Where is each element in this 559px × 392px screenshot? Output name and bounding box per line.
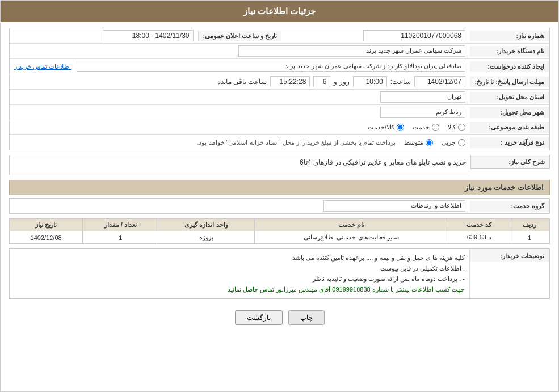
radio-khedmat-input[interactable]: [432, 124, 439, 131]
radio-motevasset: متوسط: [404, 139, 433, 146]
table-header-row: ردیف کد خدمت نام خدمت واحد اندازه گیری ت…: [10, 219, 550, 231]
radio-jozi-label: جزیی: [442, 139, 456, 146]
ostan-label: استان محل تحویل:: [470, 92, 549, 103]
bazgasht-button[interactable]: بازگشت: [235, 310, 283, 325]
mohlat-saat: 10:00: [353, 76, 387, 87]
th-vahed: واحد اندازه گیری: [158, 219, 254, 231]
ostan-value: تهران: [380, 91, 465, 103]
tozihat-section: توضیحات خریدار: کلیه هزینه ها ی حمل و نق…: [9, 248, 550, 299]
tozihat-line-1: کلیه هزینه ها ی حمل و نقل و بیمه و .... …: [14, 252, 465, 263]
row-ostan: استان محل تحویل: تهران: [10, 90, 549, 105]
page-header: جزئیات اطلاعات نیاز: [1, 1, 558, 22]
ijad-link[interactable]: اطلاعات تماس خریدار: [14, 63, 71, 70]
mohlat-mande-label: ساعت باقی مانده: [217, 78, 267, 86]
th-kod: کد خدمت: [448, 219, 510, 231]
sharh-row: شرح کلی نیاز: خرید و نصب تابلو های معابر…: [9, 155, 550, 175]
row-mohlat: مهلت ارسال پاسخ: تا تاریخ: 1402/12/07 سا…: [10, 74, 549, 90]
mohlat-group: 1402/12/07 ساعت: 10:00 روز و 6 15:22:28 …: [10, 74, 470, 89]
td-tedad: 1: [83, 231, 158, 244]
mohlat-saat-label: ساعت:: [390, 78, 411, 86]
namdastgah-label: نام دستگاه خریدار:: [470, 46, 549, 57]
sharh-value: خرید و نصب تابلو های معابر و علایم ترافی…: [9, 155, 470, 175]
namdastgah-value: شرکت سهامی عمران شهر جدید پرند: [238, 45, 465, 57]
mohlat-date: 1402/12/07: [414, 76, 465, 87]
row-tarighe: طبقه بندی موضوعی: کالا خدمت: [10, 120, 549, 135]
takhalon-value-cell: 1402/11/30 - 18:00: [10, 28, 198, 43]
shomare-value-group: 1102001077000068: [281, 28, 470, 43]
ijad-value-cell: صادفعلی پیران بودالالو کاربرداز شرکت سها…: [10, 59, 470, 74]
services-table: ردیف کد خدمت نام خدمت واحد اندازه گیری ت…: [9, 218, 550, 244]
td-nam: سایر فعالیت‌های خدماتی اطلاع‌رسانی: [254, 231, 448, 244]
ijad-value: صادفعلی پیران بودالالو کاربرداز شرکت سها…: [77, 61, 465, 72]
chap-button[interactable]: چاپ: [288, 310, 325, 325]
table-row: 1 د-63-639 سایر فعالیت‌های خدماتی اطلاع‌…: [10, 231, 550, 244]
main-content: شماره نیاز: 1102001077000068 تاریخ و ساع…: [1, 22, 558, 336]
grouh-section: گروه خدمت: اطلاعات و ارتباطات: [9, 198, 550, 214]
tozihat-content: کلیه هزینه ها ی حمل و نقل و بیمه و .... …: [10, 249, 470, 298]
td-tarikh: 1402/12/08: [10, 231, 83, 244]
noefar-value-cell: جزیی متوسط پرداخت تمام یا بخشی از مبلغ خ…: [10, 137, 470, 148]
noefar-label: نوع فرآیند خرید :: [470, 137, 549, 148]
radio-kala-khedmat-input[interactable]: [397, 124, 404, 131]
shahr-value-cell: رباط کریم: [10, 105, 470, 120]
shahr-label: شهر محل تحویل:: [470, 107, 549, 118]
tarighe-label: طبقه بندی موضوعی:: [470, 122, 549, 133]
tozihat-line-2: . اطلاعات تکمیلی در فایل پیوست: [14, 263, 465, 274]
takhalon-label: تاریخ و ساعت اعلان عمومی:: [198, 31, 282, 41]
radio-khedmat-label: خدمت: [413, 124, 430, 131]
sharh-label: شرح کلی نیاز:: [470, 155, 550, 169]
th-tedad: تعداد / مقدار: [83, 219, 158, 231]
info-section: شماره نیاز: 1102001077000068 تاریخ و ساع…: [9, 28, 550, 150]
td-vahed: پروژه: [158, 231, 254, 244]
tozihat-line-4: جهت کسب اطلاعات بیشتر با شماره 091999188…: [14, 284, 465, 295]
mohlat-countdown: 15:22:28: [270, 76, 310, 87]
tozihat-line-3: - . پرداخت دوماه ماه پس ارائه صورت وضعیت…: [14, 273, 465, 284]
shahr-value: رباط کریم: [380, 107, 465, 118]
tozihat-label: توضیحات خریدار:: [470, 249, 549, 262]
mohlat-roz-label: روز و: [334, 78, 349, 86]
noefar-note: پرداخت تمام یا بخشی از مبلغ خریدار از مح…: [197, 139, 396, 146]
buttons-row: چاپ بازگشت: [9, 305, 550, 331]
th-radif: ردیف: [510, 219, 549, 231]
mohlat-label: مهلت ارسال پاسخ: تا تاریخ:: [470, 77, 549, 87]
page-wrapper: جزئیات اطلاعات نیاز شماره نیاز: 11020010…: [0, 0, 559, 392]
grouh-label: گروه خدمت:: [470, 201, 549, 212]
row-ijadkonande: ایجاد کننده درخواست: صادفعلی پیران بودال…: [10, 59, 549, 74]
grouh-row: گروه خدمت: اطلاعات و ارتباطات: [10, 199, 549, 213]
radio-motevasset-label: متوسط: [404, 139, 423, 146]
shomare-label: شماره نیاز:: [470, 31, 549, 41]
row-shomare: شماره نیاز: 1102001077000068 تاریخ و ساع…: [10, 28, 549, 44]
sharh-section: شرح کلی نیاز: خرید و نصب تابلو های معابر…: [9, 155, 550, 175]
td-radif: 1: [510, 231, 549, 244]
tarighe-value-cell: کالا خدمت کالا/خدمت: [10, 122, 470, 133]
noefar-radio-group: جزیی متوسط: [404, 139, 465, 146]
row-namdastgah: نام دستگاه خریدار: شرکت سهامی عمران شهر …: [10, 44, 549, 59]
noefar-group: جزیی متوسط پرداخت تمام یا بخشی از مبلغ خ…: [14, 139, 465, 146]
namdastgah-value-cell: شرکت سهامی عمران شهر جدید پرند: [10, 44, 470, 58]
radio-kala: کالا: [448, 124, 465, 131]
row-shahr: شهر محل تحویل: رباط کریم: [10, 105, 549, 120]
radio-motevasset-input[interactable]: [426, 139, 433, 146]
radio-kala-khedmat: کالا/خدمت: [368, 124, 404, 131]
page-title: جزئیات اطلاعات نیاز: [243, 6, 316, 16]
radio-kala-khedmat-label: کالا/خدمت: [368, 124, 394, 131]
th-nam: نام خدمت: [254, 219, 448, 231]
ostan-value-cell: تهران: [10, 90, 470, 104]
tarighe-radio-group: کالا خدمت کالا/خدمت: [14, 124, 465, 131]
td-kod: د-63-639: [448, 231, 510, 244]
radio-kala-input[interactable]: [458, 124, 465, 131]
th-tarikh: تاریخ نیاز: [10, 219, 83, 231]
grouh-value-cell: اطلاعات و ارتباطات: [10, 199, 470, 213]
row-noefar: نوع فرآیند خرید : جزیی متوسط: [10, 135, 549, 150]
radio-jozi: جزیی: [442, 139, 465, 146]
ijad-label: ایجاد کننده درخواست:: [470, 61, 549, 72]
radio-khedmat: خدمت: [413, 124, 439, 131]
takhalon-value: 1402/11/30 - 18:00: [103, 30, 194, 41]
mohlat-roz: 6: [313, 76, 330, 87]
radio-kala-label: کالا: [448, 124, 456, 131]
radio-jozi-input[interactable]: [458, 139, 465, 146]
shomare-value: 1102001077000068: [363, 30, 465, 41]
grouh-value: اطلاعات و ارتباطات: [323, 200, 465, 212]
khadamat-header: اطلاعات خدمات مورد نیاز: [9, 180, 550, 195]
